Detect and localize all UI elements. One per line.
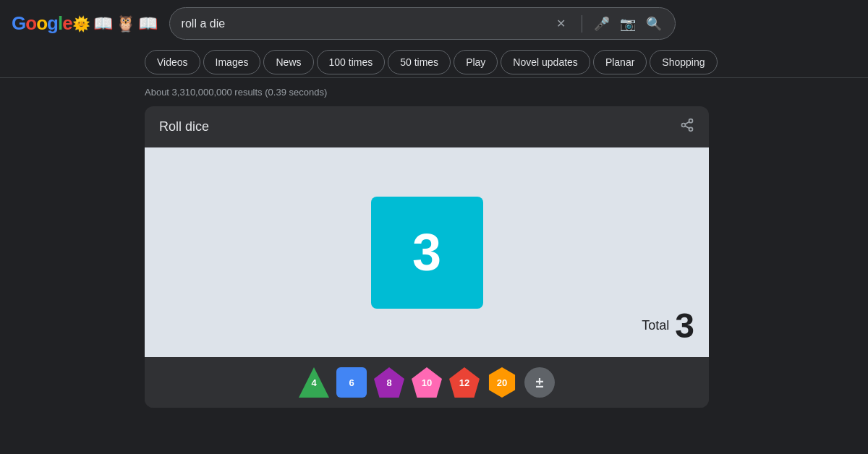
total-label: Total [642,318,669,333]
search-button[interactable]: 🔍 [644,14,663,33]
dice-6-label: 6 [349,377,354,388]
tab-shopping[interactable]: Shopping [650,50,717,74]
share-icon [680,118,694,132]
dice-selector: 4 6 8 10 12 20 ± [145,357,709,408]
dice-area[interactable]: 3 Total 3 [145,147,709,357]
dice-custom-button[interactable]: ± [524,367,555,398]
tab-play[interactable]: Play [454,50,498,74]
total-number: 3 [675,306,694,346]
search-icon: 🔍 [646,16,662,32]
search-divider [582,15,582,33]
tab-news[interactable]: News [263,50,313,74]
dice-custom-label: ± [536,374,544,391]
tab-100-times[interactable]: 100 times [317,50,386,74]
dice-10-button[interactable]: 10 [412,367,442,398]
header: Google 🌞 📖 🦉 📖 ✕ 🎤 📷 🔍 [0,0,868,47]
camera-icon: 📷 [620,16,636,32]
dice-10-label: 10 [422,377,432,388]
google-logo[interactable]: Google 🌞 📖 🦉 📖 [12,12,158,35]
dice-20-button[interactable]: 20 [487,367,517,398]
total-display: Total 3 [642,306,694,346]
share-button[interactable] [680,118,694,136]
logo-o2: o [36,12,47,34]
image-search-button[interactable]: 📷 [618,14,637,33]
sun-icon: 🌞 [72,15,90,33]
card-title: Roll dice [159,119,209,134]
logo-text: Google [12,12,72,35]
svg-line-3 [685,126,689,128]
clear-search-button[interactable]: ✕ [550,14,571,33]
logo-g2: g [47,12,58,34]
tab-50-times[interactable]: 50 times [388,50,451,74]
dice-8-button[interactable]: 8 [374,367,404,398]
roll-dice-card: Roll dice 3 Total 3 [145,106,709,408]
book-right-icon: 📖 [138,14,158,33]
dice-20-label: 20 [497,377,507,388]
search-input[interactable] [182,17,543,30]
mic-icon: 🎤 [594,16,610,32]
dice-4-label: 4 [311,377,316,388]
tab-images[interactable]: Images [203,50,261,74]
results-info: About 3,310,000,000 results (0.39 second… [0,78,868,106]
nav-tabs: Videos Images News 100 times 50 times Pl… [0,47,868,78]
results-count: About 3,310,000,000 results (0.39 second… [145,87,327,98]
tab-planar[interactable]: Planar [593,50,647,74]
main-content: Roll dice 3 Total 3 [0,106,868,408]
logo-e: e [62,12,72,34]
voice-search-button[interactable]: 🎤 [592,14,611,33]
tab-videos[interactable]: Videos [145,50,200,74]
owl-icon: 🦉 [116,14,135,33]
dice-12-button[interactable]: 12 [449,367,480,398]
dice-12-label: 12 [459,377,469,388]
tab-novel-updates[interactable]: Novel updates [501,50,590,74]
logo-g: G [12,12,25,34]
search-bar[interactable]: ✕ 🎤 📷 🔍 [169,7,676,40]
dice-6-button[interactable]: 6 [336,367,367,398]
dice-8-label: 8 [386,377,391,388]
die-face[interactable]: 3 [371,197,483,309]
svg-line-4 [685,121,689,124]
logo-o1: o [25,12,36,34]
die-value: 3 [412,223,441,282]
dice-4-button[interactable]: 4 [299,367,329,398]
card-header: Roll dice [145,106,709,147]
book-left-icon: 📖 [93,14,113,33]
